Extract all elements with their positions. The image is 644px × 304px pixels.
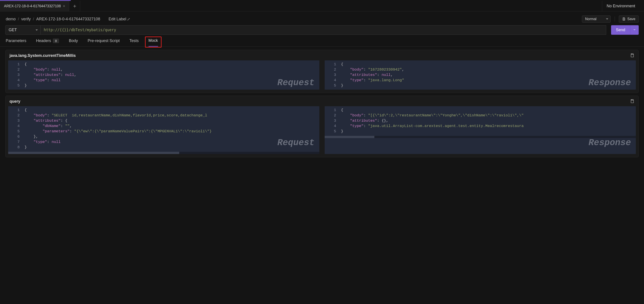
- tab-parameters[interactable]: Parameters: [6, 39, 26, 46]
- add-tab-button[interactable]: [69, 1, 80, 11]
- tab-label: Body: [69, 39, 78, 43]
- floppy-icon: [630, 53, 634, 58]
- editor-row: 12345678 { "body": "SELECT id,restaurant…: [8, 106, 636, 154]
- svg-rect-3: [623, 19, 624, 20]
- mock-card-header: java.lang.System.currentTimeMillis: [8, 52, 636, 60]
- breadcrumb: demo / verify / AREX-172-18-0-4-61764473…: [6, 17, 100, 22]
- line-gutter: 12345: [325, 60, 340, 90]
- mock-card-header: query: [8, 98, 636, 106]
- tab-bar: AREX-172-18-0-4-61764473327108 × No Envi…: [0, 1, 644, 12]
- line-gutter: 12345678: [8, 106, 24, 151]
- code-area[interactable]: { "body": "1672802330942", "attributes":…: [340, 60, 636, 90]
- plus-icon: [73, 4, 77, 8]
- edit-label-text: Edit Label: [108, 17, 126, 22]
- response-editor[interactable]: 12345 { "body": "1672802330942", "attrib…: [325, 60, 636, 90]
- breadcrumb-sep: /: [18, 17, 19, 22]
- breadcrumb-item[interactable]: verify: [21, 17, 31, 22]
- edit-label-button[interactable]: Edit Label: [108, 17, 130, 22]
- close-icon[interactable]: ×: [63, 4, 65, 8]
- request-editor[interactable]: 12345 { "body": null, "attributes": null…: [8, 60, 319, 90]
- tab-tests[interactable]: Tests: [130, 39, 139, 46]
- code-area[interactable]: { "body": "[{\"id\":2,\"restaurantName\"…: [340, 106, 636, 135]
- file-tab-title: AREX-172-18-0-4-61764473327108: [4, 4, 61, 8]
- mock-card-title: query: [10, 99, 20, 104]
- request-tabs: Parameters Headers 8 Body Pre-request Sc…: [0, 35, 644, 47]
- line-gutter: 12345: [325, 106, 340, 135]
- method-value: GET: [8, 28, 17, 32]
- url-value: http://{{}}/dbTest/mybatis/query: [44, 28, 116, 32]
- tab-prerequest[interactable]: Pre-request Script: [88, 39, 120, 46]
- mode-select-value: Normal: [585, 17, 597, 21]
- h-scrollbar[interactable]: [8, 152, 319, 154]
- mock-content: java.lang.System.currentTimeMillis 12345…: [0, 47, 644, 160]
- code-area[interactable]: { "body": "SELECT id,restaurantName,dish…: [24, 106, 319, 151]
- floppy-icon: [630, 99, 634, 103]
- mode-select[interactable]: Normal: [582, 16, 611, 23]
- breadcrumb-sep: /: [33, 17, 34, 22]
- save-button[interactable]: Save: [619, 16, 639, 23]
- method-select[interactable]: GET: [5, 25, 41, 35]
- card-save-button[interactable]: [630, 53, 634, 58]
- file-tab[interactable]: AREX-172-18-0-4-61764473327108 ×: [0, 1, 69, 11]
- response-watermark: Response: [588, 138, 631, 148]
- h-scrollbar[interactable]: [325, 136, 636, 138]
- mock-card-title: java.lang.System.currentTimeMillis: [10, 53, 76, 58]
- toolbar: demo / verify / AREX-172-18-0-4-61764473…: [0, 12, 644, 25]
- chevron-down-icon: [633, 28, 636, 31]
- svg-rect-4: [632, 54, 633, 55]
- tab-label: Tests: [130, 39, 139, 43]
- floppy-icon: [622, 17, 626, 21]
- tab-label: Parameters: [6, 39, 26, 43]
- code-area[interactable]: { "body": null, "attributes": null, "typ…: [24, 60, 319, 90]
- card-save-button[interactable]: [630, 99, 634, 104]
- editor-row: 12345 { "body": null, "attributes": null…: [8, 60, 636, 90]
- pencil-icon: [127, 17, 130, 21]
- mock-card: query 12345678 { "body": "SELECT id,rest…: [5, 96, 639, 157]
- send-button-label: Send: [616, 28, 625, 32]
- tab-label: Headers: [36, 39, 51, 43]
- mock-card: java.lang.System.currentTimeMillis 12345…: [5, 50, 639, 93]
- tab-mock[interactable]: Mock: [148, 38, 158, 47]
- request-editor[interactable]: 12345678 { "body": "SELECT id,restaurant…: [8, 106, 319, 154]
- tab-body[interactable]: Body: [69, 39, 78, 46]
- send-group: Send: [611, 25, 639, 35]
- environment-select[interactable]: No Environment: [602, 1, 644, 11]
- save-button-label: Save: [628, 17, 636, 21]
- response-editor[interactable]: 12345 { "body": "[{\"id\":2,\"restaurant…: [325, 106, 636, 154]
- headers-count-badge: 8: [53, 39, 59, 43]
- tab-label: Mock: [148, 38, 158, 43]
- environment-label: No Environment: [607, 4, 635, 9]
- divider: [614, 17, 615, 22]
- svg-rect-2: [623, 18, 624, 18]
- send-options-button[interactable]: [630, 25, 639, 35]
- breadcrumb-item[interactable]: demo: [6, 17, 16, 22]
- tab-headers[interactable]: Headers 8: [36, 39, 59, 46]
- send-button[interactable]: Send: [611, 25, 630, 35]
- toolbar-right: Normal Save: [582, 16, 639, 23]
- breadcrumb-item[interactable]: AREX-172-18-0-4-61764473327108: [36, 17, 100, 22]
- tab-label: Pre-request Script: [88, 39, 120, 43]
- url-row: GET http://{{}}/dbTest/mybatis/query Sen…: [0, 25, 644, 35]
- svg-rect-5: [632, 100, 633, 100]
- line-gutter: 12345: [8, 60, 24, 90]
- url-input[interactable]: http://{{}}/dbTest/mybatis/query: [41, 25, 606, 35]
